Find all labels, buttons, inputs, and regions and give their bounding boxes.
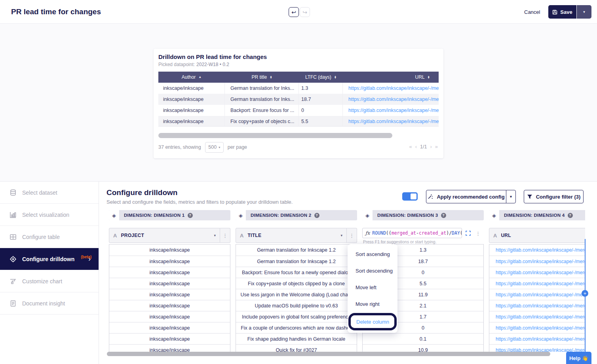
column-header-author[interactable]: Author▲: [158, 72, 225, 83]
first-page-icon[interactable]: «: [409, 144, 412, 150]
formula-token: merged_at: [392, 230, 416, 236]
column-header-url[interactable]: URL▲▼: [343, 72, 439, 83]
url-link[interactable]: https://gitlab.com/inkscape/inkscape/-/m…: [496, 292, 585, 298]
sort-icon[interactable]: ▲: [198, 76, 202, 79]
sort-icon[interactable]: ▲▼: [334, 76, 337, 79]
menu-item-move-left[interactable]: Move left: [348, 279, 397, 296]
text-type-icon: A: [240, 233, 243, 239]
menu-item-sort-ascending[interactable]: Sort ascending: [348, 246, 397, 262]
sort-icon[interactable]: ▲▼: [428, 76, 430, 79]
formula-input[interactable]: ƒx ROUND((merged_at-created_at)/DAY( ×: [362, 228, 462, 238]
menu-item-move-right[interactable]: Move right: [348, 296, 397, 312]
formula-token: -: [416, 230, 419, 236]
entries-text: 37 entries, showing: [158, 144, 201, 150]
dimension-label: DIMENSION: DIMENSION 1: [124, 213, 185, 218]
apply-config-dropdown-button[interactable]: ▾: [506, 190, 516, 203]
url-link[interactable]: https://gitlab.com/inkscape/inkscape/-/m…: [496, 303, 585, 309]
field-selector-row: A URL: [489, 228, 585, 243]
drilldown-target-icon: [10, 256, 17, 263]
grid-cell-url: https://gitlab.com/inkscape/inkscape/-/m…: [489, 300, 585, 311]
sort-icon[interactable]: ▲▼: [270, 76, 272, 79]
grid-cell-project: inkscape/inkscape: [109, 278, 230, 289]
horizontal-scrollbar[interactable]: [158, 133, 392, 138]
help-button[interactable]: Help 👋: [566, 352, 591, 364]
dimension-band: ◈ DIMENSION: DIMENSION 4 ?: [489, 210, 585, 220]
dimension-column-2: ◈ DIMENSION: DIMENSION 2 ? A TITLE ▾ ⋮ G…: [236, 210, 357, 355]
redo-button[interactable]: ↪: [300, 7, 310, 17]
prev-page-icon[interactable]: ‹: [415, 144, 417, 150]
url-link[interactable]: https://gitlab.com/inkscape/inkscape/-/m…: [348, 119, 439, 124]
text-type-icon: A: [493, 233, 497, 239]
field-select-project[interactable]: A PROJECT ▾: [109, 228, 220, 243]
url-link[interactable]: https://gitlab.com/inkscape/inkscape/-/m…: [496, 259, 585, 264]
help-icon[interactable]: ?: [314, 213, 319, 218]
formula-token: )/: [446, 230, 452, 236]
table-header-row: Author▲PR title▲▼LTFC (days)▲▼URL▲▼: [158, 72, 439, 83]
apply-button-label: Apply recommended config: [437, 194, 504, 200]
grid-cell-url: https://gitlab.com/inkscape/inkscape/-/m…: [489, 311, 585, 322]
grid-cell-project: inkscape/inkscape: [109, 311, 230, 322]
last-page-icon[interactable]: »: [435, 144, 438, 150]
field-select-title[interactable]: A TITLE ▾: [236, 228, 347, 243]
cell-pr-title: Fix copy+paste of objects c...: [225, 116, 299, 127]
grid-cell-url: https://gitlab.com/inkscape/inkscape/-/m…: [489, 322, 585, 333]
column-header-label: PR title: [251, 74, 267, 80]
sidebar-item-select-visualization[interactable]: Select visualization: [0, 204, 99, 226]
menu-item-sort-descending[interactable]: Sort descending: [348, 262, 397, 279]
help-icon[interactable]: ?: [568, 213, 573, 218]
column-menu-button[interactable]: ⋮: [475, 231, 484, 243]
expand-formula-icon[interactable]: [466, 230, 471, 243]
cell-author: inkscape/inkscape: [158, 105, 225, 116]
sidebar-item-document-insight[interactable]: Document insight: [0, 292, 99, 315]
configure-filter-button[interactable]: Configure filter (3): [524, 190, 584, 203]
formula-token: ROUND: [372, 230, 386, 236]
cancel-button[interactable]: Cancel: [524, 9, 540, 15]
column-menu-button[interactable]: ⋮: [220, 228, 230, 243]
horizontal-scrollbar[interactable]: [107, 352, 550, 356]
url-link[interactable]: https://gitlab.com/inkscape/inkscape/-/m…: [496, 325, 585, 331]
column-header-ltfc-days[interactable]: LTFC (days)▲▼: [299, 72, 343, 83]
save-button[interactable]: Save: [548, 5, 576, 19]
url-link[interactable]: https://gitlab.com/inkscape/inkscape/-/m…: [348, 97, 439, 102]
help-icon[interactable]: ?: [441, 213, 446, 218]
field-select-url[interactable]: A URL: [489, 228, 585, 243]
field-selector-row: A PROJECT ▾ ⋮: [109, 228, 230, 243]
sidebar-item-configure-table[interactable]: Configure table: [0, 226, 99, 248]
url-link[interactable]: https://gitlab.com/inkscape/inkscape/-/m…: [348, 85, 439, 91]
help-icon[interactable]: ?: [188, 213, 193, 218]
table-body: inkscape/inkscapeGerman translation for …: [158, 83, 439, 127]
filter-funnel-icon: [527, 194, 532, 199]
sidebar-item-configure-drilldown[interactable]: Configure drilldown(beta) ›: [0, 248, 99, 270]
chevron-down-icon: ▾: [340, 233, 342, 237]
url-link[interactable]: https://gitlab.com/inkscape/inkscape/-/m…: [496, 281, 585, 286]
table-row: inkscape/inkscapeFix copy+paste of objec…: [158, 116, 439, 127]
field-selector-row: A TITLE ▾ ⋮: [236, 228, 357, 243]
sidebar-item-label: Configure drilldown: [22, 256, 74, 262]
grid-cell-title: Update macOS build pipeline to v0.63: [236, 300, 357, 311]
url-link[interactable]: https://gitlab.com/inkscape/inkscape/-/m…: [496, 247, 585, 253]
column-header-pr-title[interactable]: PR title▲▼: [225, 72, 299, 83]
toggle-thumb: [410, 193, 417, 200]
page-size-select[interactable]: 500▾: [205, 142, 224, 153]
apply-recommended-config-button[interactable]: Apply recommended config: [426, 190, 506, 203]
undo-button[interactable]: ↩: [289, 7, 299, 17]
url-link[interactable]: https://gitlab.com/inkscape/inkscape/-/m…: [348, 108, 439, 113]
dimension-diamond-icon: ◈: [489, 210, 499, 220]
sidebar-item-customize-chart[interactable]: Customize chart: [0, 270, 99, 292]
menu-item-delete-column[interactable]: Delete column: [351, 315, 394, 328]
url-link[interactable]: https://gitlab.com/inkscape/inkscape/-/m…: [496, 270, 585, 275]
next-page-icon[interactable]: ›: [430, 144, 432, 150]
drilldown-enabled-toggle[interactable]: [402, 192, 418, 201]
url-link[interactable]: https://gitlab.com/inkscape/inkscape/-/m…: [496, 314, 585, 320]
pager-controls: « ‹ 1/1 › »: [409, 144, 438, 150]
grid-cell-project: inkscape/inkscape: [109, 256, 230, 267]
add-column-button[interactable]: +: [582, 290, 588, 297]
grid-column-project: inkscape/inkscapeinkscape/inkscapeinksca…: [109, 244, 230, 355]
sidebar-item-select-dataset[interactable]: Select dataset: [0, 182, 99, 204]
save-dropdown-button[interactable]: ▾: [577, 5, 591, 19]
cell-author: inkscape/inkscape: [158, 94, 225, 105]
bar-chart-icon: [10, 211, 17, 218]
customize-chart-icon: [10, 278, 17, 285]
url-link[interactable]: https://gitlab.com/inkscape/inkscape/-/m…: [496, 336, 585, 342]
column-menu-button[interactable]: ⋮: [347, 228, 357, 243]
